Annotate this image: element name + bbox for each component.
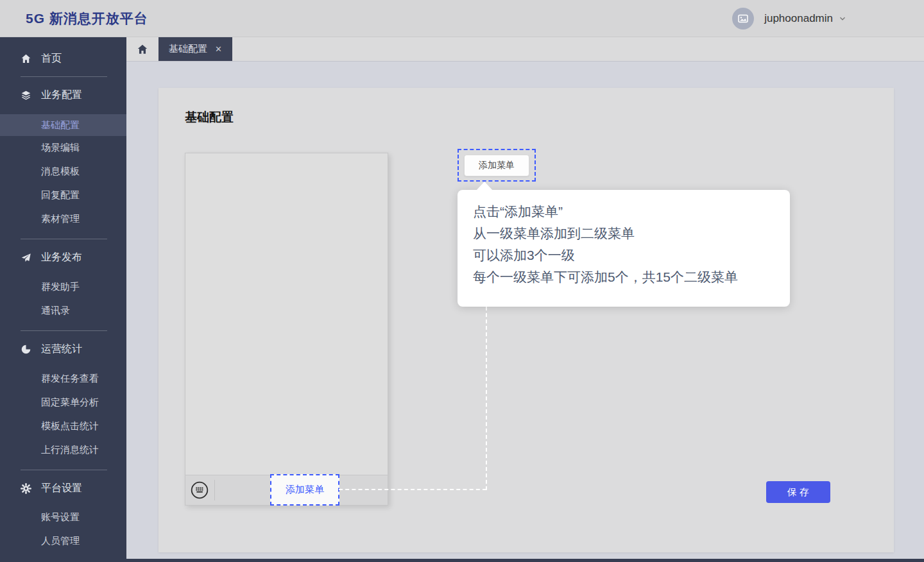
layers-icon (21, 90, 31, 101)
sidebar-divider (21, 76, 107, 77)
sidebar-item-account-settings[interactable]: 账号设置 (0, 506, 126, 529)
sidebar-item-label: 平台设置 (41, 482, 82, 495)
sidebar-item-label: 回复配置 (41, 189, 80, 201)
sidebar-item-label: 消息模板 (41, 166, 80, 178)
sidebar-item-basic-config[interactable]: 基础配置 (0, 114, 126, 136)
user-menu[interactable]: juphoonadmin (732, 8, 847, 30)
sidebar-item-label: 账号设置 (41, 511, 80, 524)
picture-icon (737, 12, 749, 25)
tooltip-line: 点击“添加菜单” (473, 201, 774, 223)
connector-vertical-dashed-line (486, 307, 487, 490)
sidebar-divider (21, 330, 107, 331)
tooltip-line: 每个一级菜单下可添加5个，共15个二级菜单 (473, 266, 774, 288)
sidebar-item-label: 业务发布 (41, 251, 82, 264)
save-button[interactable]: 保 存 (766, 481, 830, 503)
pie-chart-icon (21, 344, 31, 355)
sidebar-item-personnel-manage[interactable]: 人员管理 (0, 529, 126, 553)
gear-icon (21, 483, 31, 494)
sidebar-item-contacts[interactable]: 通讯录 (0, 299, 126, 323)
sidebar-item-label: 素材管理 (41, 213, 80, 225)
tooltip-line: 可以添加3个一级 (473, 244, 774, 266)
phone-preview: 添加菜单 (185, 153, 388, 506)
sidebar-item-label: 模板点击统计 (41, 420, 99, 432)
sidebar-section-business-publish[interactable]: 业务发布 (0, 247, 126, 268)
sidebar-item-scene-edit[interactable]: 场景编辑 (0, 136, 126, 160)
sidebar-item-label: 上行消息统计 (41, 444, 99, 456)
home-icon (137, 44, 148, 55)
sidebar-item-material-manage[interactable]: 素材管理 (0, 207, 126, 231)
send-icon (21, 252, 31, 263)
tooltip-line: 从一级菜单添加到二级菜单 (473, 223, 774, 244)
username: juphoonadmin (764, 12, 833, 25)
sidebar-item-label: 人员管理 (41, 535, 80, 547)
app-header: 5G 新消息开放平台 juphoonadmin (0, 0, 924, 37)
sidebar-item-template-click-stats[interactable]: 模板点击统计 (0, 414, 126, 438)
phone-add-menu-button[interactable]: 添加菜单 (270, 474, 339, 506)
sidebar-item-label: 首页 (41, 52, 62, 65)
page-title: 基础配置 (185, 109, 234, 126)
sidebar-item-mass-send-assistant[interactable]: 群发助手 (0, 275, 126, 299)
sidebar-item-label: 基础配置 (41, 119, 80, 132)
add-menu-button[interactable]: 添加菜单 (464, 155, 529, 176)
close-icon[interactable]: ✕ (215, 44, 222, 54)
add-menu-highlight: 添加菜单 (458, 149, 536, 182)
sidebar-item-label: 场景编辑 (41, 142, 80, 154)
sidebar-item-upstream-message-stats[interactable]: 上行消息统计 (0, 438, 126, 462)
sidebar-section-platform-settings[interactable]: 平台设置 (0, 478, 126, 498)
tab-bar: 基础配置 ✕ (126, 37, 924, 62)
sidebar-section-business-config[interactable]: 业务配置 (0, 85, 126, 105)
main-content: 基础配置 添加菜单 (126, 62, 924, 562)
phone-add-menu-label: 添加菜单 (286, 484, 324, 496)
keyboard-icon[interactable] (191, 481, 209, 499)
sidebar-item-fixed-menu-analysis[interactable]: 固定菜单分析 (0, 391, 126, 414)
avatar[interactable] (732, 8, 754, 30)
sidebar-item-label: 通讯录 (41, 305, 70, 317)
sidebar-divider (21, 470, 107, 470)
sidebar-item-label: 运营统计 (41, 343, 82, 356)
sidebar-section-operation-stats[interactable]: 运营统计 (0, 339, 126, 359)
connector-horizontal-dashed-line (339, 489, 486, 490)
tutorial-tooltip: 点击“添加菜单” 从一级菜单添加到二级菜单 可以添加3个一级 每个一级菜单下可添… (458, 190, 790, 307)
phone-bar-divider (214, 480, 215, 500)
sidebar-item-mass-task-view[interactable]: 群发任务查看 (0, 367, 126, 391)
sidebar-item-label: 业务配置 (41, 89, 82, 102)
sidebar-divider (21, 239, 107, 239)
sidebar-item-label: 固定菜单分析 (41, 396, 99, 409)
tab-basic-config[interactable]: 基础配置 ✕ (158, 37, 232, 61)
content-card: 基础配置 添加菜单 (158, 88, 894, 552)
chevron-down-icon[interactable] (838, 14, 847, 23)
sidebar-item-label: 群发助手 (41, 281, 80, 293)
tab-label: 基础配置 (169, 43, 207, 55)
sidebar-nav: 首页 业务配置 基础配置 场景编辑 消息模板 回复配置 素材管理 业务发布 群发… (0, 37, 126, 562)
app-logo: 5G 新消息开放平台 (26, 10, 148, 28)
home-icon (21, 53, 31, 64)
sidebar-item-message-template[interactable]: 消息模板 (0, 160, 126, 183)
bottom-scrollbar-strip[interactable] (0, 559, 924, 562)
sidebar-item-home[interactable]: 首页 (0, 48, 126, 69)
sidebar-item-label: 群发任务查看 (41, 373, 99, 385)
tab-home-button[interactable] (126, 37, 158, 61)
sidebar-item-reply-config[interactable]: 回复配置 (0, 183, 126, 207)
